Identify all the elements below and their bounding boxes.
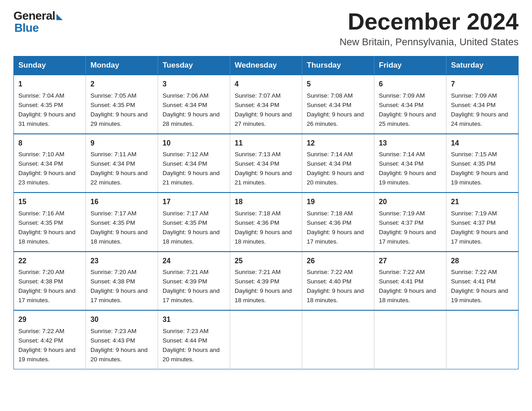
col-friday: Friday — [374, 56, 446, 75]
month-title: December 2024 — [339, 9, 519, 34]
day-number: 23 — [90, 256, 153, 267]
calendar-week-row: 22 Sunrise: 7:20 AMSunset: 4:38 PMDaylig… — [14, 252, 519, 310]
calendar-day-cell: 29 Sunrise: 7:22 AMSunset: 4:42 PMDaylig… — [14, 310, 86, 369]
day-info: Sunrise: 7:22 AMSunset: 4:41 PMDaylight:… — [379, 269, 436, 304]
day-info: Sunrise: 7:19 AMSunset: 4:37 PMDaylight:… — [451, 210, 508, 245]
day-number: 14 — [451, 138, 514, 149]
logo: General Blue — [13, 9, 63, 35]
day-number: 30 — [90, 314, 153, 325]
calendar-day-cell: 10 Sunrise: 7:12 AMSunset: 4:34 PMDaylig… — [158, 134, 230, 193]
day-info: Sunrise: 7:22 AMSunset: 4:41 PMDaylight:… — [451, 269, 508, 304]
calendar-day-cell: 18 Sunrise: 7:18 AMSunset: 4:36 PMDaylig… — [230, 193, 302, 251]
page-header: General Blue December 2024 New Britain, … — [13, 9, 519, 48]
location-subtitle: New Britain, Pennsylvania, United States — [339, 36, 519, 48]
calendar-header-row: Sunday Monday Tuesday Wednesday Thursday… — [14, 56, 519, 75]
day-info: Sunrise: 7:15 AMSunset: 4:35 PMDaylight:… — [451, 151, 508, 186]
calendar-day-cell: 16 Sunrise: 7:17 AMSunset: 4:35 PMDaylig… — [86, 193, 158, 251]
col-tuesday: Tuesday — [158, 56, 230, 75]
day-info: Sunrise: 7:08 AMSunset: 4:34 PMDaylight:… — [307, 92, 364, 127]
day-number: 3 — [163, 79, 225, 90]
day-number: 22 — [18, 256, 81, 267]
calendar-day-cell — [230, 310, 302, 369]
calendar-day-cell: 25 Sunrise: 7:21 AMSunset: 4:39 PMDaylig… — [230, 252, 302, 310]
day-number: 27 — [379, 256, 442, 267]
logo-blue-text: Blue — [14, 21, 39, 35]
calendar-week-row: 8 Sunrise: 7:10 AMSunset: 4:34 PMDayligh… — [14, 134, 519, 193]
day-info: Sunrise: 7:21 AMSunset: 4:39 PMDaylight:… — [163, 269, 220, 304]
calendar-day-cell: 3 Sunrise: 7:06 AMSunset: 4:34 PMDayligh… — [158, 75, 230, 133]
col-monday: Monday — [86, 56, 158, 75]
day-info: Sunrise: 7:21 AMSunset: 4:39 PMDaylight:… — [235, 269, 292, 304]
day-info: Sunrise: 7:17 AMSunset: 4:35 PMDaylight:… — [90, 210, 148, 245]
calendar-day-cell: 6 Sunrise: 7:09 AMSunset: 4:34 PMDayligh… — [374, 75, 446, 133]
title-block: December 2024 New Britain, Pennsylvania,… — [339, 9, 519, 48]
calendar-day-cell: 17 Sunrise: 7:17 AMSunset: 4:35 PMDaylig… — [158, 193, 230, 251]
day-number: 24 — [163, 256, 225, 267]
calendar-day-cell: 31 Sunrise: 7:23 AMSunset: 4:44 PMDaylig… — [158, 310, 230, 369]
calendar-day-cell: 12 Sunrise: 7:14 AMSunset: 4:34 PMDaylig… — [302, 134, 374, 193]
col-saturday: Saturday — [446, 56, 519, 75]
calendar-week-row: 15 Sunrise: 7:16 AMSunset: 4:35 PMDaylig… — [14, 193, 519, 251]
calendar-day-cell: 4 Sunrise: 7:07 AMSunset: 4:34 PMDayligh… — [230, 75, 302, 133]
calendar-day-cell: 5 Sunrise: 7:08 AMSunset: 4:34 PMDayligh… — [302, 75, 374, 133]
day-number: 11 — [235, 138, 297, 149]
day-info: Sunrise: 7:17 AMSunset: 4:35 PMDaylight:… — [163, 210, 220, 245]
day-number: 26 — [307, 256, 369, 267]
calendar-day-cell: 28 Sunrise: 7:22 AMSunset: 4:41 PMDaylig… — [446, 252, 519, 310]
day-number: 4 — [235, 79, 297, 90]
day-number: 28 — [451, 256, 514, 267]
day-info: Sunrise: 7:09 AMSunset: 4:34 PMDaylight:… — [379, 92, 436, 127]
calendar-day-cell: 21 Sunrise: 7:19 AMSunset: 4:37 PMDaylig… — [446, 193, 519, 251]
calendar-day-cell: 14 Sunrise: 7:15 AMSunset: 4:35 PMDaylig… — [446, 134, 519, 193]
col-sunday: Sunday — [14, 56, 86, 75]
day-number: 17 — [163, 197, 225, 208]
day-info: Sunrise: 7:20 AMSunset: 4:38 PMDaylight:… — [18, 269, 76, 304]
calendar-day-cell: 7 Sunrise: 7:09 AMSunset: 4:34 PMDayligh… — [446, 75, 519, 133]
day-number: 9 — [90, 138, 153, 149]
day-number: 20 — [379, 197, 442, 208]
day-number: 19 — [307, 197, 369, 208]
day-info: Sunrise: 7:10 AMSunset: 4:34 PMDaylight:… — [18, 151, 76, 186]
calendar-day-cell: 2 Sunrise: 7:05 AMSunset: 4:35 PMDayligh… — [86, 75, 158, 133]
calendar-day-cell: 8 Sunrise: 7:10 AMSunset: 4:34 PMDayligh… — [14, 134, 86, 193]
day-info: Sunrise: 7:06 AMSunset: 4:34 PMDaylight:… — [163, 92, 220, 127]
day-number: 12 — [307, 138, 369, 149]
day-number: 15 — [18, 197, 81, 208]
calendar-day-cell: 13 Sunrise: 7:14 AMSunset: 4:34 PMDaylig… — [374, 134, 446, 193]
calendar-day-cell: 24 Sunrise: 7:21 AMSunset: 4:39 PMDaylig… — [158, 252, 230, 310]
day-number: 1 — [18, 79, 81, 90]
day-number: 21 — [451, 197, 514, 208]
logo-arrow-icon — [56, 14, 63, 20]
day-info: Sunrise: 7:22 AMSunset: 4:42 PMDaylight:… — [18, 328, 76, 363]
day-number: 29 — [18, 314, 81, 325]
day-number: 18 — [235, 197, 297, 208]
day-info: Sunrise: 7:11 AMSunset: 4:34 PMDaylight:… — [90, 151, 148, 186]
calendar-week-row: 29 Sunrise: 7:22 AMSunset: 4:42 PMDaylig… — [14, 310, 519, 369]
calendar-week-row: 1 Sunrise: 7:04 AMSunset: 4:35 PMDayligh… — [14, 75, 519, 133]
day-number: 31 — [163, 314, 225, 325]
day-number: 13 — [379, 138, 442, 149]
calendar-day-cell: 15 Sunrise: 7:16 AMSunset: 4:35 PMDaylig… — [14, 193, 86, 251]
calendar-day-cell: 26 Sunrise: 7:22 AMSunset: 4:40 PMDaylig… — [302, 252, 374, 310]
day-number: 16 — [90, 197, 153, 208]
calendar-day-cell: 20 Sunrise: 7:19 AMSunset: 4:37 PMDaylig… — [374, 193, 446, 251]
calendar-day-cell: 11 Sunrise: 7:13 AMSunset: 4:34 PMDaylig… — [230, 134, 302, 193]
day-info: Sunrise: 7:07 AMSunset: 4:34 PMDaylight:… — [235, 92, 292, 127]
day-number: 10 — [163, 138, 225, 149]
day-info: Sunrise: 7:19 AMSunset: 4:37 PMDaylight:… — [379, 210, 436, 245]
day-number: 5 — [307, 79, 369, 90]
day-info: Sunrise: 7:09 AMSunset: 4:34 PMDaylight:… — [451, 92, 508, 127]
day-info: Sunrise: 7:18 AMSunset: 4:36 PMDaylight:… — [307, 210, 364, 245]
col-thursday: Thursday — [302, 56, 374, 75]
calendar-day-cell — [302, 310, 374, 369]
day-info: Sunrise: 7:04 AMSunset: 4:35 PMDaylight:… — [18, 92, 76, 127]
calendar-day-cell: 23 Sunrise: 7:20 AMSunset: 4:38 PMDaylig… — [86, 252, 158, 310]
day-info: Sunrise: 7:23 AMSunset: 4:44 PMDaylight:… — [163, 328, 220, 363]
day-info: Sunrise: 7:13 AMSunset: 4:34 PMDaylight:… — [235, 151, 292, 186]
day-number: 25 — [235, 256, 297, 267]
day-info: Sunrise: 7:22 AMSunset: 4:40 PMDaylight:… — [307, 269, 364, 304]
day-info: Sunrise: 7:05 AMSunset: 4:35 PMDaylight:… — [90, 92, 148, 127]
day-info: Sunrise: 7:23 AMSunset: 4:43 PMDaylight:… — [90, 328, 148, 363]
day-info: Sunrise: 7:12 AMSunset: 4:34 PMDaylight:… — [163, 151, 220, 186]
calendar-day-cell: 22 Sunrise: 7:20 AMSunset: 4:38 PMDaylig… — [14, 252, 86, 310]
